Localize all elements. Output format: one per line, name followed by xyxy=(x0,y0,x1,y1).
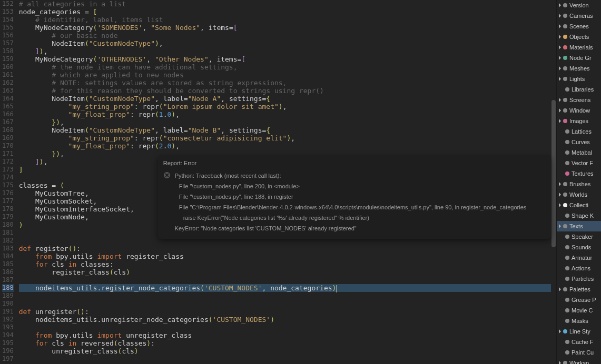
datablock-icon xyxy=(563,224,567,228)
code-line[interactable]: "my_string_prop": repr("Lorem ipsum dolo… xyxy=(19,103,551,110)
outliner-item[interactable]: Vector F xyxy=(557,158,601,168)
code-line[interactable]: unregister_class(cls) xyxy=(19,347,551,355)
code-line[interactable]: NodeItem("CustomNodeType", label="Node B… xyxy=(19,126,551,134)
scrollbar-thumb[interactable] xyxy=(551,100,556,247)
code-line[interactable]: }), xyxy=(19,118,551,126)
disclosure-arrow-icon[interactable] xyxy=(559,66,561,70)
code-line[interactable]: register_class(cls) xyxy=(19,268,551,276)
code-area[interactable]: # all categories in a listnode_categorie… xyxy=(16,0,551,364)
outliner-item[interactable]: Speaker xyxy=(557,231,601,242)
error-report-popup[interactable]: Report: Error Python: Traceback (most re… xyxy=(158,155,551,239)
code-line[interactable]: # NOTE: settings values are stored as st… xyxy=(19,79,551,87)
outliner-item-label: Movie C xyxy=(572,307,593,314)
disclosure-arrow-icon[interactable] xyxy=(559,77,561,81)
code-line[interactable]: "my_float_prop": repr(1.0), xyxy=(19,110,551,118)
code-line[interactable]: nodeitems_utils.unregister_node_categori… xyxy=(19,316,551,323)
outliner-item[interactable]: Libraries xyxy=(557,84,601,95)
disclosure-arrow-icon[interactable] xyxy=(559,119,561,123)
outliner-item[interactable]: Collecti xyxy=(557,200,601,210)
disclosure-arrow-icon[interactable] xyxy=(559,203,561,207)
code-line[interactable]: def unregister(): xyxy=(19,308,551,316)
code-line[interactable]: node_categories = [ xyxy=(19,8,551,16)
code-line[interactable] xyxy=(19,300,551,308)
outliner-item[interactable]: Lights xyxy=(557,74,601,84)
disclosure-arrow-icon[interactable] xyxy=(559,361,561,364)
outliner-item[interactable]: Shape K xyxy=(557,210,601,221)
disclosure-arrow-icon[interactable] xyxy=(559,329,561,333)
outliner-item[interactable]: Particles xyxy=(557,274,601,284)
code-line[interactable]: # our basic node xyxy=(19,32,551,39)
disclosure-arrow-icon[interactable] xyxy=(559,182,561,186)
code-line[interactable]: # all categories in a list xyxy=(19,0,551,8)
outliner-item[interactable]: Grease P xyxy=(557,295,601,305)
outliner-item[interactable]: Objects xyxy=(557,32,601,42)
disclosure-arrow-icon[interactable] xyxy=(559,224,561,228)
datablock-icon xyxy=(563,14,567,18)
code-line[interactable]: for cls in reversed(classes): xyxy=(19,339,551,347)
outliner-sidebar[interactable]: VersionCamerasScenesObjectsMaterialsNode… xyxy=(556,0,601,364)
outliner-item[interactable]: Materials xyxy=(557,42,601,53)
outliner-item[interactable]: Masks xyxy=(557,316,601,326)
disclosure-arrow-icon[interactable] xyxy=(559,287,561,291)
code-line[interactable]: "my_float_prop": repr(2.0), xyxy=(19,142,551,150)
disclosure-arrow-icon[interactable] xyxy=(559,24,561,28)
disclosure-arrow-icon[interactable] xyxy=(559,14,561,18)
disclosure-arrow-icon[interactable] xyxy=(559,193,561,197)
outliner-item[interactable]: Node Gr xyxy=(557,53,601,63)
code-line[interactable] xyxy=(19,292,551,300)
outliner-item[interactable]: Screens xyxy=(557,95,601,105)
disclosure-arrow-icon[interactable] xyxy=(559,35,561,39)
code-line[interactable]: # which are applied to new nodes xyxy=(19,71,551,79)
code-line[interactable]: def register(): xyxy=(19,245,551,252)
outliner-item-label: Curves xyxy=(572,139,590,145)
outliner-item[interactable]: Worlds xyxy=(557,189,601,200)
code-line[interactable]: from bpy.utils import register_class xyxy=(19,252,551,260)
code-line[interactable]: from bpy.utils import unregister_class xyxy=(19,331,551,339)
disclosure-arrow-icon[interactable] xyxy=(559,3,561,7)
outliner-item[interactable]: Window xyxy=(557,105,601,116)
code-line[interactable]: MyNodeCategory('OTHERNODES', "Other Node… xyxy=(19,55,551,63)
disclosure-arrow-icon[interactable] xyxy=(559,108,561,113)
code-line[interactable]: # for this reason they should be convert… xyxy=(19,87,551,95)
code-line[interactable] xyxy=(19,355,551,363)
code-line[interactable]: NodeItem("CustomNodeType", label="Node A… xyxy=(19,95,551,103)
outliner-item[interactable]: Textures xyxy=(557,168,601,179)
outliner-item[interactable]: Line Sty xyxy=(557,326,601,337)
outliner-item[interactable]: Worksp xyxy=(557,358,601,364)
disclosure-arrow-icon[interactable] xyxy=(559,45,561,49)
outliner-item[interactable]: Images xyxy=(557,116,601,126)
code-line[interactable]: for cls in classes: xyxy=(19,260,551,268)
outliner-item[interactable]: Lattices xyxy=(557,126,601,137)
code-line[interactable]: # identifier, label, items list xyxy=(19,16,551,24)
datablock-icon xyxy=(563,108,567,113)
datablock-icon xyxy=(563,361,567,364)
outliner-item[interactable]: Palettes xyxy=(557,284,601,295)
code-line[interactable]: # the node item can have additional sett… xyxy=(19,63,551,71)
outliner-item[interactable]: Scenes xyxy=(557,21,601,32)
outliner-item[interactable]: Cache F xyxy=(557,337,601,347)
outliner-item[interactable]: Actions xyxy=(557,263,601,274)
outliner-item[interactable]: Brushes xyxy=(557,179,601,189)
code-line[interactable]: NodeItem("CustomNodeType"), xyxy=(19,39,551,47)
outliner-item[interactable]: Movie C xyxy=(557,305,601,316)
outliner-item[interactable]: Paint Cu xyxy=(557,347,601,358)
outliner-item[interactable]: Texts xyxy=(557,221,601,231)
code-line[interactable]: "my_string_prop": repr("consectetur adip… xyxy=(19,134,551,142)
outliner-item[interactable]: Metabal xyxy=(557,147,601,158)
outliner-item[interactable]: Sounds xyxy=(557,242,601,252)
line-gutter: 1521531541551561571581591601611621631641… xyxy=(0,0,16,364)
outliner-item[interactable]: Version xyxy=(557,0,601,11)
code-line[interactable] xyxy=(19,323,551,331)
disclosure-arrow-icon[interactable] xyxy=(559,56,561,60)
outliner-item[interactable]: Curves xyxy=(557,137,601,147)
code-editor[interactable]: 1521531541551561571581591601611621631641… xyxy=(0,0,556,364)
code-line[interactable]: nodeitems_utils.register_node_categories… xyxy=(19,284,551,292)
scrollbar-vertical[interactable] xyxy=(551,0,556,364)
disclosure-arrow-icon[interactable] xyxy=(559,98,561,102)
outliner-item[interactable]: Armatur xyxy=(557,252,601,263)
code-line[interactable] xyxy=(19,276,551,284)
code-line[interactable]: ]), xyxy=(19,47,551,55)
outliner-item[interactable]: Meshes xyxy=(557,63,601,74)
outliner-item[interactable]: Cameras xyxy=(557,11,601,21)
code-line[interactable]: MyNodeCategory('SOMENODES', "Some Nodes"… xyxy=(19,24,551,32)
